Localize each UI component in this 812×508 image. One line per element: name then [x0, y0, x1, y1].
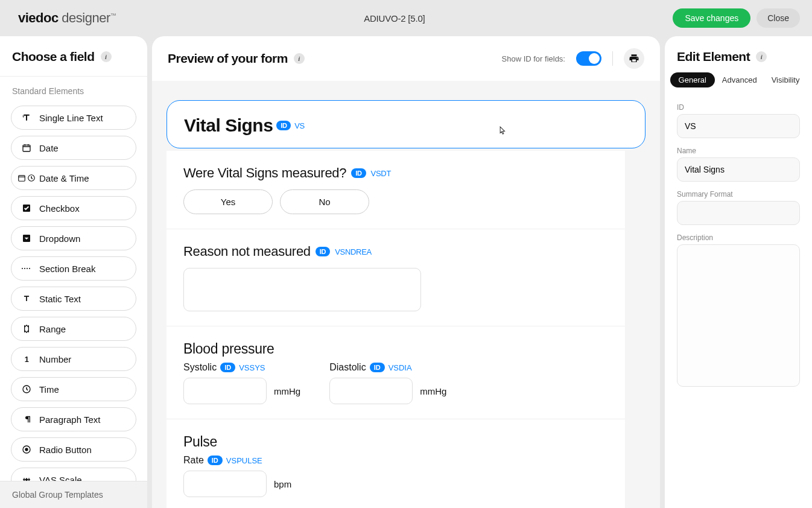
insp-label-name: Name	[677, 147, 800, 155]
show-id-toggle[interactable]	[576, 51, 601, 66]
print-button[interactable]	[624, 48, 644, 69]
time-icon	[21, 384, 32, 395]
question-block-measured[interactable]: Were Vital Signs measured? ID VSDT Yes N…	[167, 151, 625, 229]
palette-item-datetime[interactable]: Date & Time	[11, 166, 136, 190]
tab-general[interactable]: General	[670, 72, 715, 87]
dropdown-icon	[21, 233, 32, 244]
question-id: VSDT	[371, 169, 391, 178]
palette-item-label: Date	[39, 143, 59, 153]
form-title-id: VS	[294, 121, 304, 130]
systolic-input[interactable]	[183, 378, 267, 404]
pulse-input[interactable]	[183, 471, 267, 497]
question-id: VSNDREA	[335, 247, 372, 256]
insp-input-id[interactable]	[677, 114, 800, 138]
palette-item-label: Range	[39, 324, 66, 334]
cursor-icon	[498, 126, 506, 136]
question-block-reason[interactable]: Reason not measured ID VSNDREA	[167, 229, 625, 326]
checkbox-icon	[21, 203, 32, 214]
palette-item-label: Single Line Text	[39, 113, 103, 123]
insp-input-desc[interactable]	[677, 244, 800, 387]
palette-item-para[interactable]: Paragraph Text	[11, 407, 136, 431]
palette-item-label: Radio Button	[39, 445, 92, 455]
info-icon[interactable]: i	[101, 51, 112, 62]
id-badge: ID	[351, 168, 366, 178]
show-id-label: Show ID for fields:	[502, 54, 566, 63]
radio-no[interactable]: No	[280, 189, 369, 214]
question-block-bp[interactable]: Blood pressure Systolic ID VSSYS	[167, 326, 625, 419]
static-icon	[21, 293, 32, 304]
trademark-icon: ™	[110, 12, 116, 19]
topbar: viedoc designer™ ADIUVO-2 [5.0] Save cha…	[0, 0, 812, 36]
brand-bold: viedoc	[18, 10, 59, 25]
palette-item-static[interactable]: Static Text	[11, 287, 136, 311]
field-label: Diastolic	[329, 362, 366, 373]
palette-item-range[interactable]: Range	[11, 317, 136, 341]
date-icon	[21, 142, 32, 153]
info-icon[interactable]: i	[294, 53, 305, 64]
svg-text:1: 1	[25, 355, 29, 364]
palette-item-number[interactable]: 1Number	[11, 347, 136, 371]
insp-label-summary: Summary Format	[677, 190, 800, 198]
form-title-block[interactable]: Vital Signs ID VS	[167, 100, 645, 148]
palette-title: Choose a field	[12, 49, 95, 64]
palette-item-label: Paragraph Text	[39, 414, 100, 425]
radio-icon	[21, 444, 32, 455]
palette-item-section[interactable]: Section Break	[11, 256, 136, 281]
unit-label: bpm	[274, 479, 291, 489]
reason-textarea[interactable]	[183, 268, 421, 311]
palette-item-label: Section Break	[39, 264, 95, 274]
tab-advanced[interactable]: Advanced	[715, 72, 764, 87]
form-preview: Preview of your form i Show ID for field…	[147, 36, 665, 508]
palette-item-time[interactable]: Time	[11, 377, 136, 401]
palette-section: Standard Elements	[0, 77, 147, 102]
palette-item-text[interactable]: Single Line Text	[11, 106, 136, 130]
insp-label-desc: Description	[677, 233, 800, 242]
unit-label: mmHg	[420, 386, 446, 396]
range-icon	[21, 323, 32, 334]
palette-item-label: Checkbox	[39, 203, 80, 214]
palette-item-radio[interactable]: Radio Button	[11, 437, 136, 462]
brand-logo: viedoc designer™	[18, 10, 116, 26]
field-id: VSDIA	[389, 363, 412, 372]
inspector-title: Edit Element	[677, 49, 750, 64]
palette-item-checkbox[interactable]: Checkbox	[11, 196, 136, 220]
palette-item-label: Time	[39, 384, 59, 395]
field-palette: Choose a field i Standard Elements Singl…	[0, 36, 147, 508]
datetime-icon	[21, 173, 32, 183]
palette-item-label: Static Text	[39, 294, 81, 304]
number-icon: 1	[21, 354, 32, 364]
close-button[interactable]: Close	[756, 8, 800, 28]
tab-visibility[interactable]: Visibility	[764, 72, 807, 87]
project-title: ADIUVO-2 [5.0]	[364, 13, 425, 24]
svg-rect-0	[23, 145, 30, 151]
palette-item-label: Number	[39, 354, 71, 364]
palette-footer[interactable]: Global Group Templates	[0, 481, 147, 508]
question-block-pulse[interactable]: Pulse Rate ID VSPULSE bpm	[167, 419, 625, 508]
palette-item-label: Date & Time	[39, 173, 89, 183]
field-id: VSPULSE	[226, 456, 262, 465]
insp-input-summary[interactable]	[677, 201, 800, 225]
id-badge: ID	[276, 121, 291, 130]
id-badge: ID	[370, 363, 385, 372]
question-label: Reason not measured	[183, 244, 311, 259]
unit-label: mmHg	[274, 386, 300, 396]
question-label: Were Vital Signs measured?	[183, 165, 346, 181]
insp-input-name[interactable]	[677, 157, 800, 182]
info-icon[interactable]: i	[756, 51, 767, 62]
radio-yes[interactable]: Yes	[183, 189, 273, 214]
field-label: Systolic	[183, 362, 217, 373]
palette-item-dropdown[interactable]: Dropdown	[11, 226, 136, 250]
section-icon	[21, 263, 32, 274]
brand-light: designer	[59, 10, 110, 25]
print-icon	[629, 53, 639, 64]
field-id: VSSYS	[239, 363, 265, 372]
id-badge: ID	[220, 363, 235, 372]
save-button[interactable]: Save changes	[673, 8, 750, 28]
id-badge: ID	[208, 456, 223, 465]
insp-label-id: ID	[677, 103, 800, 112]
palette-item-date[interactable]: Date	[11, 136, 136, 160]
palette-item-label: Dropdown	[39, 233, 80, 244]
diastolic-input[interactable]	[329, 378, 413, 404]
para-icon	[21, 414, 32, 425]
id-badge: ID	[316, 247, 330, 256]
